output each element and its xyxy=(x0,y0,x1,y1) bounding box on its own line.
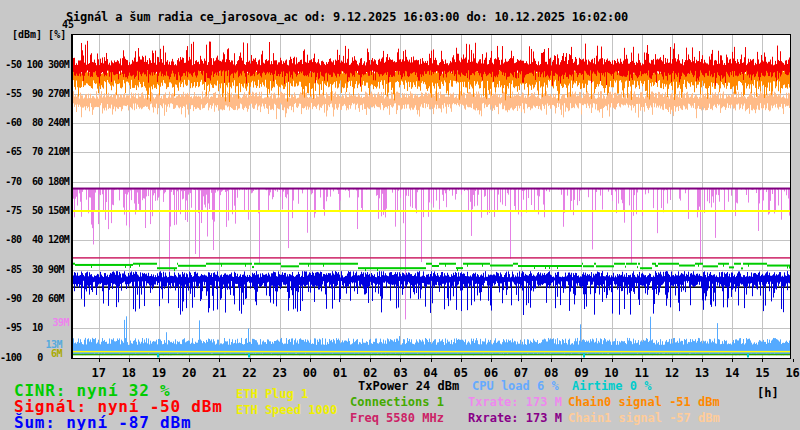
x-tick-label: 19 xyxy=(144,366,174,380)
x-tick-label: 11 xyxy=(627,366,657,380)
x-tick-label: 20 xyxy=(174,366,204,380)
y-axis-row: -60 80 240M xyxy=(0,117,69,128)
legend-eth-plug: ETH Plug 1 xyxy=(236,387,308,401)
x-tick-label: 18 xyxy=(114,366,144,380)
x-tick-mark xyxy=(129,359,130,362)
x-tick-label: 16 xyxy=(778,366,800,380)
x-tick-mark xyxy=(461,359,462,362)
x-tick-label: 23 xyxy=(265,366,295,380)
x-tick-label: 22 xyxy=(235,366,265,380)
x-tick-mark xyxy=(672,359,673,362)
legend-airtime: Airtime 0 % xyxy=(572,379,651,393)
x-tick-mark xyxy=(280,359,281,362)
x-tick-label: 03 xyxy=(385,366,415,380)
y-axis-row: -70 60 180M xyxy=(0,176,69,187)
y-axis-row: -75 50 150M xyxy=(0,205,69,216)
x-axis-unit-label: [h] xyxy=(757,386,779,400)
x-tick-label: 04 xyxy=(416,366,446,380)
y-axis-units-label: [dBm] [%] xyxy=(12,29,66,40)
legend-txpower: TxPower 24 dBm xyxy=(358,379,459,393)
x-tick-label: 02 xyxy=(355,366,385,380)
x-tick-mark xyxy=(762,359,763,362)
y-axis-row: -90 20 60M xyxy=(0,293,69,304)
mrtg-graph-page: { "title": "Signál a šum radia ce_jaroso… xyxy=(0,0,800,430)
x-tick-mark xyxy=(431,359,432,362)
legend-txrate: Txrate: 173 M xyxy=(468,395,562,409)
x-tick-mark xyxy=(551,359,552,362)
x-tick-mark xyxy=(99,359,100,362)
legend-freq: Freq 5580 MHz xyxy=(350,411,444,425)
x-tick-label: 05 xyxy=(446,366,476,380)
legend-noise: Šum: nyní -87 dBm xyxy=(14,413,191,430)
x-tick-mark xyxy=(612,359,613,362)
y-axis-row: -50 100 300M xyxy=(0,59,69,70)
x-tick-label: 13 xyxy=(687,366,717,380)
x-tick-label: 07 xyxy=(506,366,536,380)
x-tick-label: 14 xyxy=(717,366,747,380)
legend-chain1: Chain1 signal -57 dBm xyxy=(568,411,720,425)
legend-cpu-load: CPU load 6 % xyxy=(472,379,559,393)
x-tick-label: 01 xyxy=(325,366,355,380)
x-tick-label: 06 xyxy=(476,366,506,380)
legend-eth-speed: ETH Speed 1000 xyxy=(236,403,337,417)
page-title: Signál a šum radia ce_jarosova_ac od: 9.… xyxy=(66,10,628,24)
y-axis-marker-39M: 39M xyxy=(52,317,69,328)
x-tick-label: 00 xyxy=(295,366,325,380)
plot-area xyxy=(71,34,791,359)
graph-canvas xyxy=(73,35,790,358)
x-tick-label: 15 xyxy=(747,366,777,380)
y-axis-row: -55 90 270M xyxy=(0,88,69,99)
y-axis-row: -80 40 120M xyxy=(0,234,69,245)
x-tick-mark xyxy=(370,359,371,362)
y-axis-row: -85 30 90M xyxy=(0,264,69,275)
x-tick-label: 08 xyxy=(536,366,566,380)
y-axis-row: -65 70 210M xyxy=(0,146,69,157)
x-tick-mark xyxy=(310,359,311,362)
x-tick-mark xyxy=(793,359,794,362)
x-tick-mark xyxy=(642,359,643,362)
legend-connections: Connections 1 xyxy=(350,395,444,409)
legend-chain0: Chain0 signal -51 dBm xyxy=(568,395,720,409)
x-tick-mark xyxy=(340,359,341,362)
legend-rxrate: Rxrate: 173 M xyxy=(468,411,562,425)
x-tick-mark xyxy=(189,359,190,362)
x-tick-label: 12 xyxy=(657,366,687,380)
x-tick-mark xyxy=(581,359,582,362)
x-tick-label: 21 xyxy=(204,366,234,380)
x-tick-label: 17 xyxy=(84,366,114,380)
x-tick-mark xyxy=(159,359,160,362)
x-tick-mark xyxy=(702,359,703,362)
x-tick-mark xyxy=(400,359,401,362)
y-axis-marker-6M: 6M xyxy=(51,348,62,359)
x-tick-label: 09 xyxy=(566,366,596,380)
x-tick-mark xyxy=(521,359,522,362)
x-tick-mark xyxy=(732,359,733,362)
x-tick-mark xyxy=(491,359,492,362)
x-tick-label: 10 xyxy=(597,366,627,380)
x-tick-mark xyxy=(250,359,251,362)
x-tick-mark xyxy=(219,359,220,362)
